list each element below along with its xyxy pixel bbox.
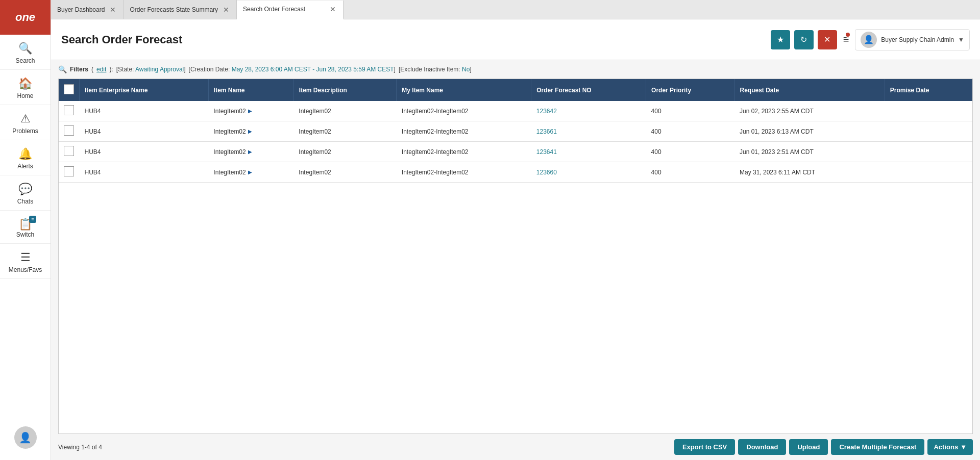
cell-my-item-name-3: IntegItem02-IntegItem02 [397, 162, 531, 183]
refresh-button[interactable]: ↻ [794, 30, 814, 49]
cell-order-priority-3: 400 [646, 162, 734, 183]
item-expand-icon-2[interactable]: ▶ [248, 149, 252, 155]
cell-order-priority-1: 400 [646, 121, 734, 142]
header-action-buttons: ★ ↻ ✕ [771, 30, 837, 49]
notification-dot [845, 32, 851, 38]
sidebar-item-alerts[interactable]: 🔔 Alerts [0, 140, 51, 175]
table-header-row: Item Enterprise Name Item Name Item Desc… [59, 79, 972, 101]
sidebar-label-alerts: Alerts [17, 163, 33, 170]
avatar-icon: 👤 [19, 431, 32, 444]
cell-item-name-2: IntegItem02 ▶ [208, 142, 293, 162]
tab-close-search-order-forecast[interactable]: ✕ [329, 5, 337, 13]
download-button[interactable]: Download [738, 439, 786, 455]
sidebar: one 🔍 Search 🏠 Home ⚠ Problems 🔔 Alerts … [0, 0, 51, 460]
row-checkbox-0[interactable] [64, 105, 74, 115]
col-item-enterprise-name: Item Enterprise Name [80, 79, 209, 101]
cell-order-priority-2: 400 [646, 142, 734, 162]
tab-bar: Buyer Dashboard ✕ Order Forecasts State … [51, 0, 980, 19]
filters-label: Filters [70, 66, 88, 73]
cell-order-forecast-no-2: 123641 [531, 142, 646, 162]
filter-state: [State: Awaiting Approval] [116, 66, 186, 73]
table-row: HUB4 IntegItem02 ▶ IntegItem02 IntegItem… [59, 142, 972, 162]
tab-order-forecasts-state[interactable]: Order Forecasts State Summary ✕ [124, 0, 237, 19]
actions-chevron-icon: ▼ [960, 443, 967, 451]
col-item-name: Item Name [208, 79, 293, 101]
cell-my-item-name-1: IntegItem02-IntegItem02 [397, 121, 531, 142]
sidebar-item-home[interactable]: 🏠 Home [0, 70, 51, 105]
col-my-item-name: My Item Name [397, 79, 531, 101]
item-expand-icon-0[interactable]: ▶ [248, 108, 252, 114]
cell-promise-date-1 [885, 121, 972, 142]
order-forecast-link-0[interactable]: 123642 [536, 108, 557, 115]
row-checkbox-1[interactable] [64, 125, 74, 136]
logo-text: one [15, 11, 35, 24]
cell-my-item-name-0: IntegItem02-IntegItem02 [397, 101, 531, 121]
export-csv-button[interactable]: Export to CSV [674, 439, 735, 455]
cell-checkbox-1 [59, 121, 80, 142]
app-logo[interactable]: one [0, 0, 51, 35]
chat-icon: 💬 [18, 183, 32, 196]
data-table: Item Enterprise Name Item Name Item Desc… [59, 79, 972, 183]
sidebar-item-switch[interactable]: 📋 ≡ Switch [0, 211, 51, 244]
item-expand-icon-1[interactable]: ▶ [248, 129, 252, 134]
table-row: HUB4 IntegItem02 ▶ IntegItem02 IntegItem… [59, 121, 972, 142]
sidebar-avatar[interactable]: 👤 [14, 426, 37, 449]
cell-item-description-0: IntegItem02 [293, 101, 396, 121]
sidebar-item-menus[interactable]: ☰ Menus/Favs [0, 244, 51, 279]
cell-item-name-1: IntegItem02 ▶ [208, 121, 293, 142]
user-chevron-icon: ▼ [958, 36, 964, 43]
sidebar-label-chats: Chats [17, 198, 33, 205]
order-forecast-link-3[interactable]: 123660 [536, 169, 557, 176]
tab-close-order-forecasts-state[interactable]: ✕ [222, 6, 230, 14]
user-avatar: 👤 [861, 32, 877, 48]
warning-icon: ⚠ [20, 112, 31, 125]
cell-order-priority-0: 400 [646, 101, 734, 121]
tab-buyer-dashboard[interactable]: Buyer Dashboard ✕ [51, 0, 124, 19]
footer-action-buttons: Export to CSV Download Upload Create Mul… [674, 439, 973, 455]
actions-label: Actions [934, 443, 958, 451]
close-button[interactable]: ✕ [818, 30, 837, 49]
order-forecast-link-1[interactable]: 123661 [536, 128, 557, 135]
filter-creation-date: [Creation Date: May 28, 2023 6:00 AM CES… [189, 66, 396, 73]
col-order-forecast-no: Order Forecast NO [531, 79, 646, 101]
cell-checkbox-2 [59, 142, 80, 162]
row-checkbox-3[interactable] [64, 166, 74, 176]
sidebar-item-chats[interactable]: 💬 Chats [0, 175, 51, 211]
cell-request-date-2: Jun 01, 2023 2:51 AM CDT [734, 142, 885, 162]
cell-enterprise-3: HUB4 [80, 162, 209, 183]
item-name-text-2: IntegItem02 [213, 148, 246, 156]
col-request-date: Request Date [734, 79, 885, 101]
col-item-description: Item Description [293, 79, 396, 101]
sidebar-item-search[interactable]: 🔍 Search [0, 35, 51, 70]
item-name-text-0: IntegItem02 [213, 108, 246, 115]
page-header: Search Order Forecast ★ ↻ ✕ ≡ 👤 Buyer Su… [51, 19, 980, 60]
user-section[interactable]: 👤 Buyer Supply Chain Admin ▼ [855, 29, 970, 50]
cell-enterprise-0: HUB4 [80, 101, 209, 121]
tab-search-order-forecast[interactable]: ✕ [237, 1, 344, 19]
filter-exclude-inactive: [Exclude Inactive Item: No] [399, 66, 472, 73]
actions-button[interactable]: Actions ▼ [927, 439, 973, 455]
cell-item-name-0: IntegItem02 ▶ [208, 101, 293, 121]
col-promise-date: Promise Date [885, 79, 972, 101]
create-multiple-forecast-button[interactable]: Create Multiple Forecast [831, 439, 924, 455]
sidebar-label-switch: Switch [16, 231, 34, 238]
filters-edit-link[interactable]: edit [96, 66, 106, 73]
cell-order-forecast-no-3: 123660 [531, 162, 646, 183]
menu-button[interactable]: ≡ [843, 34, 849, 45]
row-checkbox-2[interactable] [64, 146, 74, 156]
cell-promise-date-0 [885, 101, 972, 121]
upload-button[interactable]: Upload [789, 439, 828, 455]
select-all-checkbox[interactable] [64, 84, 74, 94]
tab-close-buyer-dashboard[interactable]: ✕ [109, 6, 117, 14]
cell-enterprise-2: HUB4 [80, 142, 209, 162]
cell-request-date-3: May 31, 2023 6:11 AM CDT [734, 162, 885, 183]
filter-search-icon: 🔍 [58, 65, 67, 73]
cell-item-description-2: IntegItem02 [293, 142, 396, 162]
cell-item-description-1: IntegItem02 [293, 121, 396, 142]
order-forecast-link-2[interactable]: 123641 [536, 148, 557, 156]
sidebar-item-problems[interactable]: ⚠ Problems [0, 105, 51, 140]
star-button[interactable]: ★ [771, 30, 790, 49]
col-order-priority: Order Priority [646, 79, 734, 101]
item-expand-icon-3[interactable]: ▶ [248, 169, 252, 175]
tab-search-input[interactable] [243, 6, 325, 13]
